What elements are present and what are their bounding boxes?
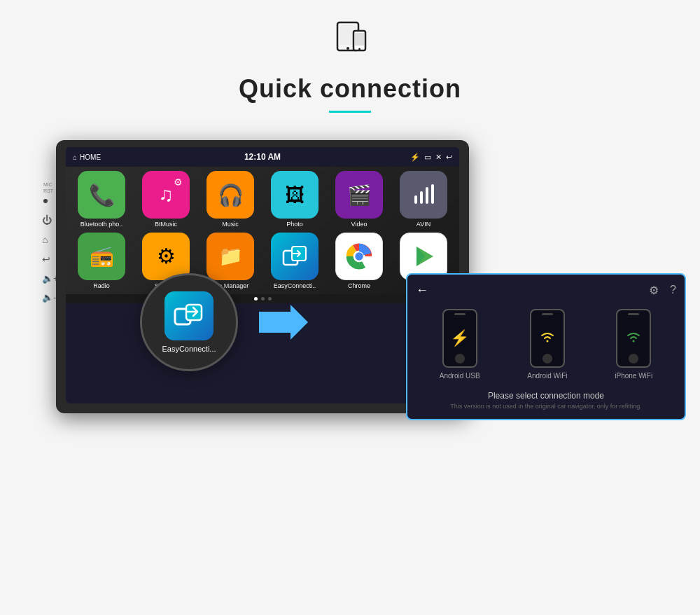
svg-point-5 [358, 48, 360, 50]
home-label: ⌂ HOME [73, 153, 101, 161]
car-unit-wrapper: MIC RST ⏻ ⌂ ↩ 🔈+ 🔈- ⌂ HOME 12:10 AM ⚡ [42, 140, 469, 441]
panel-footer-title: Please select connection mode [416, 391, 676, 401]
status-time: 12:10 AM [244, 152, 281, 162]
app-music[interactable]: 🎧 Music [200, 171, 260, 228]
svg-marker-20 [259, 305, 308, 340]
app-photo[interactable]: 🖼 Photo [265, 171, 325, 228]
status-bar: ⌂ HOME 12:10 AM ⚡ ▭ ✕ ↩ [66, 147, 459, 167]
panel-back-icon[interactable]: ← [416, 283, 428, 298]
panel-footer-sub: This version is not used in the original… [416, 403, 676, 410]
connection-panel: ← ⚙ ? ⚡ Android USB [406, 273, 686, 420]
easy-connect-zoom-icon [164, 291, 214, 340]
app-radio[interactable]: 📻 Radio [71, 233, 132, 290]
page-dots [66, 294, 459, 303]
svg-point-2 [346, 47, 349, 50]
panel-footer: Please select connection mode This versi… [416, 391, 676, 410]
easy-connect-zoom-label: EasyConnecti... [162, 345, 216, 353]
panel-header-icons: ⚙ ? [649, 284, 676, 297]
app-avin[interactable]: AVIN [393, 171, 454, 228]
svg-rect-4 [355, 33, 364, 46]
app-btmusic[interactable]: ♫ ⚙ BtMusic [136, 171, 196, 228]
iphone-wifi-label: iPhone WiFi [615, 372, 652, 380]
connection-options: ⚡ Android USB Android WiFi [416, 309, 676, 380]
android-wifi-label: Android WiFi [527, 372, 567, 380]
rst-label: RST [43, 188, 53, 193]
android-usb-phone: ⚡ [442, 309, 477, 368]
android-wifi-phone [530, 309, 565, 368]
device-icon [328, 20, 372, 67]
panel-header: ← ⚙ ? [416, 283, 676, 298]
app-video[interactable]: 🎬 Video [329, 171, 389, 228]
iphone-wifi-phone [616, 309, 651, 368]
app-easyconnect[interactable]: EasyConnecti.. [265, 233, 325, 290]
app-grid: 📞 Bluetooth pho.. ♫ ⚙ BtMusic 🎧 Music [66, 167, 459, 294]
page-title: Quick connection [239, 74, 461, 104]
app-bluetooth[interactable]: 📞 Bluetooth pho.. [71, 171, 132, 228]
android-usb-option[interactable]: ⚡ Android USB [440, 309, 480, 380]
arrow-icon [259, 305, 308, 348]
car-screen: ⌂ HOME 12:10 AM ⚡ ▭ ✕ ↩ 📞 Blue [66, 147, 459, 403]
android-wifi-option[interactable]: Android WiFi [527, 309, 567, 380]
svg-point-15 [355, 252, 363, 260]
help-icon[interactable]: ? [670, 284, 676, 297]
iphone-wifi-icon [625, 330, 642, 347]
usb-icon: ⚡ [450, 329, 469, 347]
app-chrome[interactable]: Chrome [329, 233, 389, 290]
status-icons: ⚡ ▭ ✕ ↩ [410, 153, 452, 162]
android-wifi-icon [539, 330, 556, 347]
easy-connect-zoom: EasyConnecti... [140, 273, 238, 371]
settings-icon[interactable]: ⚙ [649, 284, 659, 297]
header-section: Quick connection [0, 0, 700, 113]
android-usb-label: Android USB [440, 372, 480, 380]
title-underline [329, 111, 371, 113]
iphone-wifi-option[interactable]: iPhone WiFi [615, 309, 652, 380]
mic-label: MIC [43, 182, 52, 187]
